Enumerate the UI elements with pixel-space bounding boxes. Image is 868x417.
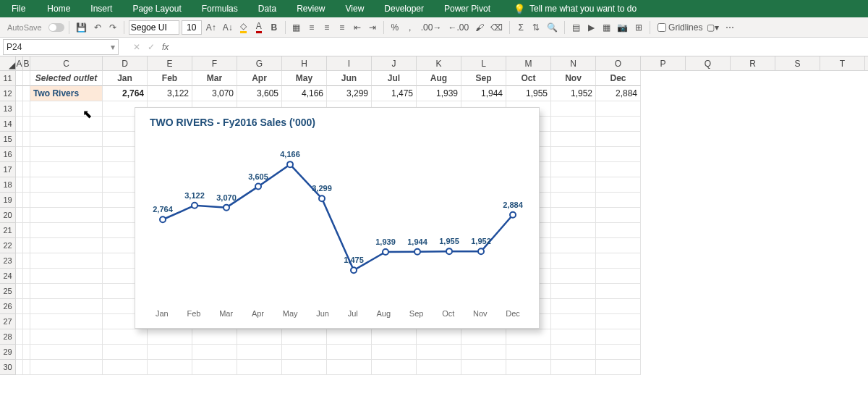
tab-review[interactable]: Review: [286, 0, 335, 17]
row-header[interactable]: 24: [0, 269, 15, 284]
increase-indent-button[interactable]: ⇥: [366, 20, 379, 35]
comma-button[interactable]: ,: [404, 20, 417, 35]
row-header[interactable]: 22: [0, 238, 15, 253]
col-header-O[interactable]: O: [596, 56, 641, 70]
header-month[interactable]: Oct: [506, 71, 551, 86]
row-header[interactable]: 25: [0, 284, 15, 299]
row-header[interactable]: 12: [0, 86, 15, 101]
col-header-J[interactable]: J: [372, 56, 417, 70]
name-box[interactable]: P24 ▾: [3, 39, 119, 55]
value-cell[interactable]: 1,475: [372, 86, 417, 101]
header-month[interactable]: Dec: [596, 71, 641, 86]
autosum-button[interactable]: Σ: [514, 20, 527, 35]
row-header[interactable]: 15: [0, 132, 15, 147]
enter-formula-icon[interactable]: ✓: [148, 42, 155, 52]
clear-button[interactable]: ⌫: [488, 20, 505, 35]
row-header[interactable]: 30: [0, 360, 15, 375]
tab-data[interactable]: Data: [248, 0, 286, 17]
sort-filter-button[interactable]: ⇅: [529, 20, 542, 35]
switch-windows-button[interactable]: ▢▾: [705, 20, 721, 35]
tab-insert[interactable]: Insert: [80, 0, 122, 17]
value-cell[interactable]: 3,122: [148, 86, 192, 101]
header-month[interactable]: Jan: [103, 71, 148, 86]
value-cell[interactable]: 4,166: [282, 86, 327, 101]
header-month[interactable]: Mar: [192, 71, 237, 86]
tab-page-layout[interactable]: Page Layout: [122, 0, 191, 17]
cancel-formula-icon[interactable]: ✕: [133, 42, 140, 52]
autosave-toggle[interactable]: [48, 23, 64, 32]
col-header-Q[interactable]: Q: [686, 56, 731, 70]
font-name-combo[interactable]: [129, 20, 179, 35]
col-header-S[interactable]: S: [775, 56, 820, 70]
font-size-combo[interactable]: [182, 20, 202, 35]
col-header-L[interactable]: L: [461, 56, 506, 70]
redo-button[interactable]: ↷: [106, 20, 119, 35]
tab-formulas[interactable]: Formulas: [192, 0, 248, 17]
value-cell[interactable]: 1,944: [461, 86, 506, 101]
undo-button[interactable]: ↶: [91, 20, 104, 35]
gridlines-checkbox[interactable]: [658, 23, 666, 32]
row-header[interactable]: 16: [0, 147, 15, 162]
increase-decimal-button[interactable]: .00→: [419, 20, 444, 35]
value-cell[interactable]: 2,764: [103, 86, 148, 101]
header-month[interactable]: Aug: [417, 71, 461, 86]
row-header[interactable]: 27: [0, 314, 15, 329]
col-header-R[interactable]: R: [731, 56, 775, 70]
col-header-T[interactable]: T: [820, 56, 865, 70]
format-painter-button[interactable]: 🖌: [473, 20, 486, 35]
row-header[interactable]: 26: [0, 299, 15, 314]
header-month[interactable]: Feb: [148, 71, 192, 86]
tab-file[interactable]: File: [0, 0, 37, 17]
row-header[interactable]: 29: [0, 345, 15, 360]
header-selected-outlet[interactable]: Selected outlet: [30, 71, 103, 86]
tab-power-pivot[interactable]: Power Pivot: [434, 0, 501, 17]
value-cell[interactable]: 1,939: [417, 86, 461, 101]
value-cell[interactable]: 2,884: [596, 86, 641, 101]
value-cell[interactable]: 3,070: [192, 86, 237, 101]
pivot-button[interactable]: ▦: [600, 20, 613, 35]
camera-button[interactable]: 📷: [615, 20, 630, 35]
header-month[interactable]: May: [282, 71, 327, 86]
tab-home[interactable]: Home: [37, 0, 80, 17]
decrease-indent-button[interactable]: ⇤: [351, 20, 364, 35]
group-button[interactable]: ⊞: [632, 20, 645, 35]
col-header-A[interactable]: A: [16, 56, 23, 70]
col-header-D[interactable]: D: [103, 56, 148, 70]
align-center-button[interactable]: ≡: [320, 20, 333, 35]
header-month[interactable]: Apr: [237, 71, 282, 86]
tell-me-search[interactable]: 💡 Tell me what you want to do: [514, 4, 637, 14]
align-left-button[interactable]: ≡: [305, 20, 318, 35]
font-color-button[interactable]: A: [252, 20, 265, 35]
value-cell[interactable]: 3,299: [327, 86, 372, 101]
tab-view[interactable]: View: [336, 0, 375, 17]
col-header-G[interactable]: G: [237, 56, 282, 70]
row-header[interactable]: 17: [0, 162, 15, 177]
row-header[interactable]: 18: [0, 177, 15, 193]
increase-font-button[interactable]: A↑: [204, 20, 218, 35]
percent-button[interactable]: %: [388, 20, 401, 35]
col-header-F[interactable]: F: [192, 56, 237, 70]
bold-button[interactable]: B: [268, 20, 281, 35]
align-right-button[interactable]: ≡: [336, 20, 349, 35]
col-header-K[interactable]: K: [417, 56, 461, 70]
col-header-C[interactable]: C: [30, 56, 103, 70]
macros-button[interactable]: ▶: [584, 20, 597, 35]
row-header[interactable]: 14: [0, 117, 15, 132]
find-button[interactable]: 🔍: [545, 20, 560, 35]
header-month[interactable]: Sep: [461, 71, 506, 86]
fx-icon[interactable]: fx: [162, 42, 169, 52]
decrease-font-button[interactable]: A↓: [221, 20, 235, 35]
borders-button[interactable]: ▦: [290, 20, 303, 35]
row-header[interactable]: 20: [0, 208, 15, 223]
header-month[interactable]: Jul: [372, 71, 417, 86]
row-header[interactable]: 28: [0, 329, 15, 345]
save-button[interactable]: 💾: [74, 20, 89, 35]
outlet-name-cell[interactable]: Two Rivers: [30, 86, 103, 101]
header-month[interactable]: Jun: [327, 71, 372, 86]
col-header-H[interactable]: H: [282, 56, 327, 70]
select-all-corner[interactable]: ◢: [0, 56, 16, 70]
row-header[interactable]: 21: [0, 223, 15, 238]
col-header-P[interactable]: P: [641, 56, 686, 70]
col-header-E[interactable]: E: [148, 56, 192, 70]
value-cell[interactable]: 1,952: [551, 86, 596, 101]
